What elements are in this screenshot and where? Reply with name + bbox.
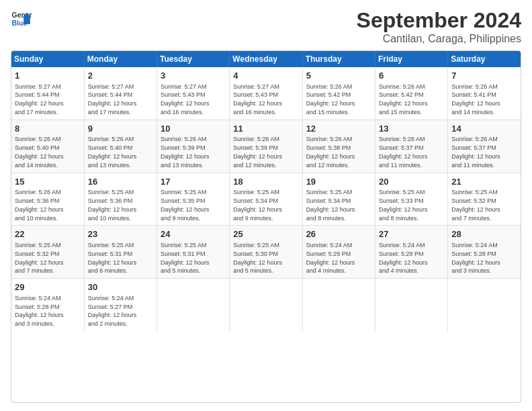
calendar-day-empty [448, 279, 521, 331]
day-number: 18 [233, 176, 298, 188]
calendar-table: SundayMondayTuesdayWednesdayThursdayFrid… [11, 51, 521, 331]
col-header-saturday: Saturday [448, 51, 521, 67]
day-number: 11 [233, 123, 298, 135]
calendar-day-14: 14Sunrise: 5:26 AMSunset: 5:37 PMDayligh… [448, 120, 521, 173]
day-number: 25 [233, 228, 298, 240]
day-number: 30 [88, 281, 153, 293]
day-number: 22 [15, 228, 81, 240]
calendar-day-10: 10Sunrise: 5:26 AMSunset: 5:39 PMDayligh… [157, 120, 230, 173]
calendar-day-empty [302, 279, 375, 331]
calendar-day-27: 27Sunrise: 5:24 AMSunset: 5:29 PMDayligh… [375, 226, 447, 279]
calendar-day-28: 28Sunrise: 5:24 AMSunset: 5:28 PMDayligh… [448, 226, 521, 279]
calendar-day-6: 6Sunrise: 5:26 AMSunset: 5:42 PMDaylight… [375, 67, 447, 120]
day-number: 3 [161, 70, 226, 82]
day-info: Sunrise: 5:27 AMSunset: 5:43 PMDaylight:… [233, 83, 282, 116]
calendar-day-20: 20Sunrise: 5:25 AMSunset: 5:33 PMDayligh… [375, 173, 447, 226]
calendar: SundayMondayTuesdayWednesdayThursdayFrid… [11, 50, 521, 403]
calendar-day-8: 8Sunrise: 5:26 AMSunset: 5:40 PMDaylight… [11, 120, 84, 173]
calendar-header: SundayMondayTuesdayWednesdayThursdayFrid… [11, 51, 521, 67]
calendar-day-25: 25Sunrise: 5:25 AMSunset: 5:30 PMDayligh… [230, 226, 302, 279]
calendar-day-13: 13Sunrise: 5:26 AMSunset: 5:37 PMDayligh… [375, 120, 447, 173]
calendar-week-2: 8Sunrise: 5:26 AMSunset: 5:40 PMDaylight… [11, 120, 521, 173]
day-number: 19 [306, 176, 371, 188]
calendar-body: 1Sunrise: 5:27 AMSunset: 5:44 PMDaylight… [11, 67, 521, 331]
day-info: Sunrise: 5:25 AMSunset: 5:35 PMDaylight:… [161, 189, 210, 221]
day-info: Sunrise: 5:25 AMSunset: 5:33 PMDaylight:… [379, 189, 428, 221]
day-info: Sunrise: 5:26 AMSunset: 5:40 PMDaylight:… [88, 136, 137, 168]
calendar-day-24: 24Sunrise: 5:25 AMSunset: 5:31 PMDayligh… [157, 226, 230, 279]
calendar-day-empty [157, 279, 230, 331]
calendar-day-21: 21Sunrise: 5:25 AMSunset: 5:32 PMDayligh… [448, 173, 521, 226]
calendar-day-18: 18Sunrise: 5:25 AMSunset: 5:34 PMDayligh… [230, 173, 302, 226]
logo-icon: General Blue [11, 8, 32, 30]
calendar-day-empty [230, 279, 302, 331]
day-number: 14 [451, 123, 517, 135]
day-number: 16 [88, 176, 153, 188]
calendar-week-4: 22Sunrise: 5:25 AMSunset: 5:32 PMDayligh… [11, 226, 521, 279]
day-info: Sunrise: 5:25 AMSunset: 5:32 PMDaylight:… [15, 242, 64, 274]
day-number: 10 [161, 123, 226, 135]
day-number: 20 [379, 176, 444, 188]
day-info: Sunrise: 5:24 AMSunset: 5:29 PMDaylight:… [306, 242, 355, 274]
calendar-week-1: 1Sunrise: 5:27 AMSunset: 5:44 PMDaylight… [11, 67, 521, 120]
day-number: 2 [88, 70, 153, 82]
day-info: Sunrise: 5:26 AMSunset: 5:36 PMDaylight:… [15, 189, 64, 221]
day-info: Sunrise: 5:26 AMSunset: 5:40 PMDaylight:… [15, 136, 64, 168]
day-number: 1 [15, 70, 81, 82]
calendar-day-26: 26Sunrise: 5:24 AMSunset: 5:29 PMDayligh… [302, 226, 375, 279]
day-info: Sunrise: 5:25 AMSunset: 5:34 PMDaylight:… [233, 189, 282, 221]
calendar-day-5: 5Sunrise: 5:26 AMSunset: 5:42 PMDaylight… [302, 67, 375, 120]
day-number: 6 [379, 70, 444, 82]
page: General Blue September 2024 Cantilan, Ca… [0, 0, 532, 411]
calendar-day-16: 16Sunrise: 5:25 AMSunset: 5:36 PMDayligh… [84, 173, 157, 226]
logo: General Blue [11, 8, 32, 30]
day-number: 5 [306, 70, 371, 82]
col-header-friday: Friday [375, 51, 447, 67]
day-info: Sunrise: 5:24 AMSunset: 5:28 PMDaylight:… [15, 295, 64, 327]
calendar-day-2: 2Sunrise: 5:27 AMSunset: 5:44 PMDaylight… [84, 67, 157, 120]
day-number: 15 [15, 176, 81, 188]
calendar-day-22: 22Sunrise: 5:25 AMSunset: 5:32 PMDayligh… [11, 226, 84, 279]
day-info: Sunrise: 5:25 AMSunset: 5:30 PMDaylight:… [233, 242, 282, 274]
day-info: Sunrise: 5:26 AMSunset: 5:39 PMDaylight:… [233, 136, 282, 168]
day-number: 12 [306, 123, 371, 135]
day-number: 24 [161, 228, 226, 240]
header: General Blue September 2024 Cantilan, Ca… [11, 8, 521, 45]
day-info: Sunrise: 5:26 AMSunset: 5:38 PMDaylight:… [306, 136, 355, 168]
calendar-day-15: 15Sunrise: 5:26 AMSunset: 5:36 PMDayligh… [11, 173, 84, 226]
day-info: Sunrise: 5:27 AMSunset: 5:44 PMDaylight:… [88, 83, 137, 116]
day-info: Sunrise: 5:24 AMSunset: 5:27 PMDaylight:… [88, 295, 137, 327]
day-info: Sunrise: 5:26 AMSunset: 5:37 PMDaylight:… [451, 136, 500, 168]
day-info: Sunrise: 5:25 AMSunset: 5:36 PMDaylight:… [88, 189, 137, 221]
title-block: September 2024 Cantilan, Caraga, Philipp… [357, 8, 521, 45]
day-info: Sunrise: 5:26 AMSunset: 5:37 PMDaylight:… [379, 136, 428, 168]
location-title: Cantilan, Caraga, Philippines [357, 33, 521, 45]
calendar-day-11: 11Sunrise: 5:26 AMSunset: 5:39 PMDayligh… [230, 120, 302, 173]
day-info: Sunrise: 5:24 AMSunset: 5:28 PMDaylight:… [451, 242, 500, 274]
day-number: 13 [379, 123, 444, 135]
day-info: Sunrise: 5:25 AMSunset: 5:32 PMDaylight:… [451, 189, 500, 221]
day-number: 9 [88, 123, 153, 135]
day-info: Sunrise: 5:26 AMSunset: 5:39 PMDaylight:… [161, 136, 210, 168]
calendar-day-12: 12Sunrise: 5:26 AMSunset: 5:38 PMDayligh… [302, 120, 375, 173]
day-number: 23 [88, 228, 153, 240]
col-header-tuesday: Tuesday [157, 51, 230, 67]
day-info: Sunrise: 5:26 AMSunset: 5:41 PMDaylight:… [451, 83, 500, 116]
calendar-day-empty [375, 279, 447, 331]
month-title: September 2024 [357, 8, 521, 33]
day-number: 4 [233, 70, 298, 82]
day-info: Sunrise: 5:26 AMSunset: 5:42 PMDaylight:… [306, 83, 355, 116]
calendar-day-3: 3Sunrise: 5:27 AMSunset: 5:43 PMDaylight… [157, 67, 230, 120]
col-header-thursday: Thursday [302, 51, 375, 67]
calendar-day-4: 4Sunrise: 5:27 AMSunset: 5:43 PMDaylight… [230, 67, 302, 120]
day-number: 21 [451, 176, 517, 188]
day-number: 28 [451, 228, 517, 240]
calendar-day-23: 23Sunrise: 5:25 AMSunset: 5:31 PMDayligh… [84, 226, 157, 279]
col-header-wednesday: Wednesday [230, 51, 302, 67]
day-info: Sunrise: 5:24 AMSunset: 5:29 PMDaylight:… [379, 242, 428, 274]
calendar-day-29: 29Sunrise: 5:24 AMSunset: 5:28 PMDayligh… [11, 279, 84, 331]
day-info: Sunrise: 5:27 AMSunset: 5:43 PMDaylight:… [161, 83, 210, 116]
day-number: 8 [15, 123, 81, 135]
day-number: 17 [161, 176, 226, 188]
day-number: 26 [306, 228, 371, 240]
